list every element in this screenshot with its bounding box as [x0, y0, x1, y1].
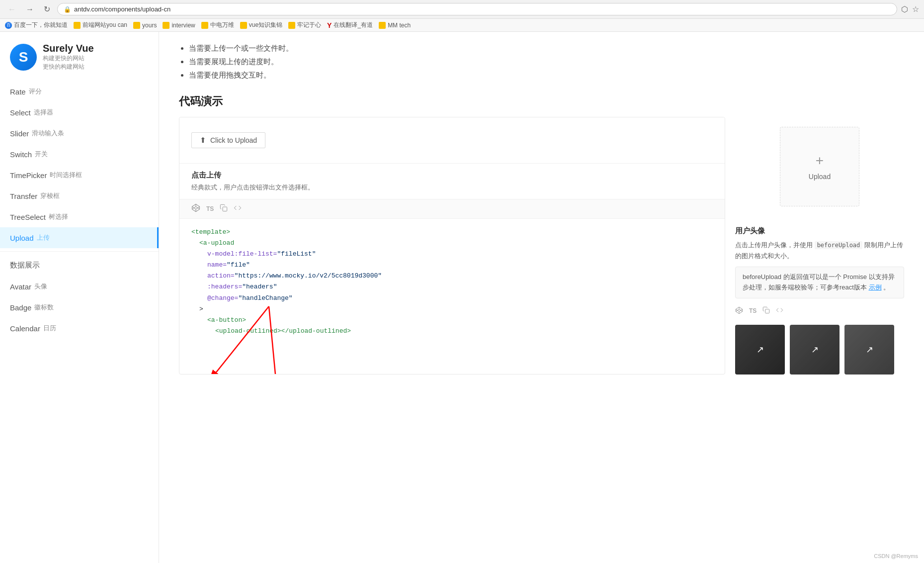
demo-description: 点击上传 经典款式，用户点击按钮弹出文件选择框。 [179, 163, 725, 199]
share-icon-1: ↗ [756, 344, 764, 355]
bookmark-mmtech[interactable]: MM tech [379, 22, 411, 29]
sidebar-item-avatar-en: Avatar [10, 282, 31, 291]
bookmark-youdao-label: 在线翻译_有道 [334, 21, 373, 29]
sidebar-item-switch[interactable]: Switch 开关 [0, 144, 159, 165]
code-line-3: v-model:file-list="fileList" [191, 249, 713, 260]
logo-text-block: Surely Vue 构建更快的网站 更快的构建网站 [43, 43, 94, 71]
sidebar-item-treeselect-zh: 树选择 [49, 212, 68, 221]
avatar-thumb-1-overlay: ↗ [735, 325, 785, 375]
bookmark-laoji[interactable]: 牢记于心 [288, 21, 321, 29]
demo-right-panel: + Upload 用户头像 点击上传用户头像，并使用 beforeUpload … [735, 117, 904, 375]
sidebar-item-select-zh: 选择器 [34, 108, 53, 117]
bookmark-interview-label: interview [171, 22, 195, 29]
code-filelist-val: "fileList" [277, 250, 316, 258]
demo-section-title: 代码演示 [179, 94, 904, 109]
folder-icon-4 [201, 22, 208, 29]
refresh-button[interactable]: ↻ [41, 3, 53, 15]
bookmark-baidu-label: 百度一下，你就知道 [14, 21, 68, 29]
svg-rect-3 [223, 207, 227, 211]
youdao-icon: Y [327, 21, 332, 29]
avatar-thumb-2[interactable]: ↗ [790, 325, 840, 375]
avatar-thumb-3[interactable]: ↗ [844, 325, 894, 375]
sidebar-item-upload[interactable]: Upload 上传 [0, 227, 159, 248]
code-line-8: > [191, 304, 713, 315]
code-line-1: <template> [191, 227, 713, 238]
sidebar-item-badge[interactable]: Badge 徽标数 [0, 297, 159, 318]
demo-left-panel: ⬆ Click to Upload 点击上传 经典款式，用户点击按钮弹出文件选择… [179, 117, 725, 375]
folder-icon-2 [133, 22, 140, 29]
feature-list: 当需要上传一个或一些文件时。 当需要展现上传的进度时。 当需要使用拖拽交互时。 [179, 42, 904, 82]
sidebar: S Surely Vue 构建更快的网站 更快的构建网站 Rate 评分 Sel… [0, 32, 159, 563]
avatar-thumb-2-overlay: ↗ [790, 325, 840, 375]
sidebar-item-avatar[interactable]: Avatar 头像 [0, 276, 159, 297]
bookmark-interview[interactable]: interview [163, 22, 195, 29]
sidebar-section-data-label: 数据展示 [10, 261, 40, 270]
avatar-thumbnail-row: ↗ ↗ ↗ [735, 325, 904, 375]
sidebar-item-slider[interactable]: Slider 滑动输入条 [0, 123, 159, 144]
bookmark-vue[interactable]: vue知识集锦 [240, 21, 282, 29]
sidebar-item-transfer-en: Transfer [10, 192, 37, 200]
sidebar-item-transfer[interactable]: Transfer 穿梭框 [0, 186, 159, 206]
csdn-badge: CSDN @Remyms [874, 553, 918, 559]
sidebar-item-switch-zh: 开关 [35, 150, 48, 159]
sidebar-item-calendar[interactable]: Calendar 日历 [0, 318, 159, 339]
upload-click-button[interactable]: ⬆ Click to Upload [191, 132, 265, 148]
sidebar-item-slider-en: Slider [10, 129, 29, 138]
share-icon-2: ↗ [811, 344, 819, 355]
svg-rect-11 [765, 309, 769, 313]
folder-icon-1 [74, 22, 81, 29]
folder-icon-7 [379, 22, 386, 29]
code-gt: > [199, 305, 203, 313]
feature-item-3: 当需要使用拖拽交互时。 [189, 69, 904, 82]
right-note-link[interactable]: 示例 [869, 283, 882, 291]
bookmark-baidu[interactable]: 百 百度一下，你就知道 [5, 21, 68, 29]
sidebar-item-timepicker-en: TimePicker [10, 171, 47, 180]
code-action-val: "https://www.mocky.io/v2/5cc8019d3000" [235, 272, 382, 280]
baidu-icon: 百 [5, 22, 12, 29]
app-layout: S Surely Vue 构建更快的网站 更快的构建网站 Rate 评分 Sel… [0, 32, 924, 563]
sidebar-item-calendar-en: Calendar [10, 324, 40, 333]
upload-card[interactable]: + Upload [780, 127, 859, 206]
sidebar-item-transfer-zh: 穿梭框 [40, 191, 60, 200]
browser-actions: ⬡ ☆ [901, 4, 919, 14]
right-codepen-icon[interactable] [735, 306, 743, 316]
sidebar-item-slider-zh: 滑动输入条 [32, 129, 64, 138]
logo-subtitle2: 更快的构建网站 [43, 63, 94, 71]
cast-icon[interactable]: ⬡ [901, 4, 908, 14]
right-copy-icon[interactable] [762, 306, 770, 315]
share-icon-3: ↗ [866, 344, 873, 355]
logo-icon: S [10, 44, 37, 71]
code-line-7: @change="handleChange" [191, 293, 713, 304]
bookmark-youdao[interactable]: Y 在线翻译_有道 [327, 21, 373, 29]
code-line-4: name="file" [191, 260, 713, 271]
address-bar[interactable]: 🔒 antdv.com/components/upload-cn [57, 3, 897, 15]
sidebar-divider-1 [0, 251, 159, 252]
right-expand-icon[interactable] [776, 306, 783, 315]
right-text-before-code: 点击上传用户头像，并使用 [735, 241, 815, 249]
bookmarks-bar: 百 百度一下，你就知道 前端网站you can yours interview … [0, 19, 924, 32]
bookmark-star-icon[interactable]: ☆ [912, 4, 919, 14]
bookmark-qianduan[interactable]: 前端网站you can [74, 21, 127, 29]
avatar-thumb-1[interactable]: ↗ [735, 325, 785, 375]
code-headers-attr: :headers= [207, 283, 242, 290]
copy-icon[interactable] [220, 204, 228, 214]
sidebar-item-timepicker[interactable]: TimePicker 时间选择框 [0, 165, 159, 186]
forward-button[interactable]: → [23, 4, 37, 15]
browser-bar: ← → ↻ 🔒 antdv.com/components/upload-cn ⬡… [0, 0, 924, 19]
code-block: <template> <a-upload v-model:file-list="… [179, 218, 725, 345]
code-name-val: "file" [227, 261, 250, 269]
sidebar-item-rate[interactable]: Rate 评分 [0, 81, 159, 102]
back-button[interactable]: ← [5, 4, 19, 15]
right-toolbar: TS [735, 303, 904, 319]
bookmark-zhongdian[interactable]: 中电万维 [201, 21, 234, 29]
bookmark-mmtech-label: MM tech [388, 22, 411, 29]
code-template-tag: <template> [191, 228, 230, 236]
main-content: 当需要上传一个或一些文件时。 当需要展现上传的进度时。 当需要使用拖拽交互时。 … [159, 32, 924, 563]
feature-item-1: 当需要上传一个或一些文件时。 [189, 42, 904, 55]
expand-code-icon[interactable] [234, 204, 242, 214]
sidebar-item-treeselect[interactable]: TreeSelect 树选择 [0, 206, 159, 227]
sidebar-item-select[interactable]: Select 选择器 [0, 102, 159, 123]
codepen-icon[interactable] [191, 203, 200, 214]
bookmark-yours[interactable]: yours [133, 22, 157, 29]
url-text: antdv.com/components/upload-cn [74, 5, 170, 13]
